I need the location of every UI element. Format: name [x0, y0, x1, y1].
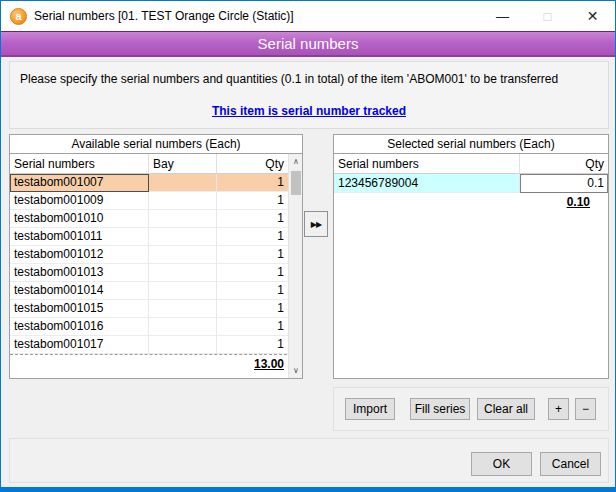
serial-cell: testabom001014: [10, 282, 149, 300]
selected-rows: 1234567890040.1: [334, 174, 608, 193]
serial-cell: testabom001013: [10, 264, 149, 282]
bay-cell: [149, 174, 217, 192]
table-row[interactable]: 1234567890040.1: [334, 174, 608, 193]
serial-cell: 123456789004: [334, 174, 520, 193]
column-header-qty: Qty: [520, 154, 608, 173]
banner-title: Serial numbers: [258, 35, 359, 52]
table-row[interactable]: testabom0010101: [10, 210, 302, 228]
serial-cell: testabom001015: [10, 300, 149, 318]
minimize-icon: —: [496, 9, 509, 24]
bay-cell: [149, 300, 217, 318]
serial-cell: testabom001007: [10, 174, 149, 192]
table-row[interactable]: testabom0010121: [10, 246, 302, 264]
maximize-icon: □: [544, 9, 552, 24]
window-bottom-border: [1, 487, 615, 491]
table-row[interactable]: testabom0010171: [10, 336, 302, 354]
close-icon: ✕: [587, 8, 599, 24]
scroll-up-icon[interactable]: ∧: [289, 154, 303, 169]
dialog-banner: Serial numbers: [1, 31, 615, 57]
qty-cell: 1: [217, 282, 288, 300]
double-arrow-right-icon: ▶▶: [311, 220, 321, 229]
available-table-header: Serial numbers Bay Qty: [10, 154, 302, 174]
selected-serials-table: Selected serial numbers (Each) Serial nu…: [333, 134, 609, 379]
serial-cell: testabom001011: [10, 228, 149, 246]
app-logo-icon: a: [10, 8, 27, 25]
table-row[interactable]: testabom0010111: [10, 228, 302, 246]
column-header-serial: Serial numbers: [10, 154, 149, 173]
decrement-button[interactable]: −: [575, 398, 596, 420]
available-table-title: Available serial numbers (Each): [10, 135, 302, 154]
transfer-button[interactable]: ▶▶: [304, 211, 328, 237]
bay-cell: [149, 210, 217, 228]
qty-input-cell[interactable]: 0.1: [520, 174, 608, 193]
clear-all-button[interactable]: Clear all: [477, 398, 535, 420]
cancel-button[interactable]: Cancel: [540, 452, 601, 476]
column-header-bay: Bay: [149, 154, 217, 173]
table-row[interactable]: testabom0010141: [10, 282, 302, 300]
qty-cell: 1: [217, 300, 288, 318]
window-title: Serial numbers [01. TEST Orange Circle (…: [34, 9, 294, 23]
column-header-qty: Qty: [217, 154, 288, 173]
scrollbar-thumb[interactable]: [291, 171, 301, 195]
bay-cell: [149, 228, 217, 246]
title-bar: a Serial numbers [01. TEST Orange Circle…: [1, 1, 615, 31]
qty-cell: 1: [217, 210, 288, 228]
table-row[interactable]: testabom0010071: [10, 174, 302, 192]
qty-cell: 1: [217, 228, 288, 246]
ok-button[interactable]: OK: [471, 452, 532, 476]
qty-cell: 1: [217, 174, 288, 192]
serial-cell: testabom001017: [10, 336, 149, 354]
table-row[interactable]: testabom0010091: [10, 192, 302, 210]
selected-table-header: Serial numbers Qty: [334, 154, 608, 174]
bay-cell: [149, 192, 217, 210]
qty-cell: 1: [217, 246, 288, 264]
bay-cell: [149, 318, 217, 336]
bay-cell: [149, 246, 217, 264]
serial-cell: testabom001012: [10, 246, 149, 264]
minimize-button[interactable]: —: [480, 1, 525, 31]
serial-cell: testabom001016: [10, 318, 149, 336]
available-total: 13.00: [10, 355, 288, 373]
table-row[interactable]: testabom0010151: [10, 300, 302, 318]
available-total-row: 13.00: [10, 354, 302, 373]
table-row[interactable]: testabom0010161: [10, 318, 302, 336]
table-row[interactable]: testabom0010131: [10, 264, 302, 282]
selected-total: 0.10: [334, 193, 608, 212]
window-controls: — □ ✕: [480, 1, 615, 31]
instructions-text: Please specify the serial numbers and qu…: [20, 72, 598, 86]
increment-button[interactable]: +: [548, 398, 569, 420]
available-serials-table: Available serial numbers (Each) Serial n…: [9, 134, 303, 379]
bay-cell: [149, 336, 217, 354]
fill-series-button[interactable]: Fill series: [410, 398, 470, 420]
column-header-serial: Serial numbers: [334, 154, 520, 173]
qty-cell: 1: [217, 192, 288, 210]
serial-cell: testabom001009: [10, 192, 149, 210]
serial-numbers-dialog: a Serial numbers [01. TEST Orange Circle…: [0, 0, 616, 492]
close-button[interactable]: ✕: [570, 1, 615, 31]
footer-panel: OK Cancel: [9, 438, 609, 483]
qty-cell: 1: [217, 318, 288, 336]
scroll-down-icon[interactable]: ∨: [289, 363, 303, 378]
available-rows: testabom0010071testabom0010091testabom00…: [10, 174, 302, 354]
qty-cell: 1: [217, 336, 288, 354]
bay-cell: [149, 282, 217, 300]
import-button[interactable]: Import: [345, 398, 395, 420]
bay-cell: [149, 264, 217, 282]
serial-tracked-link[interactable]: This item is serial number tracked: [10, 104, 608, 118]
qty-cell: 1: [217, 264, 288, 282]
vertical-scrollbar[interactable]: ∧ ∨: [288, 154, 302, 378]
serial-cell: testabom001010: [10, 210, 149, 228]
instructions-panel: Please specify the serial numbers and qu…: [9, 61, 609, 129]
maximize-button: □: [525, 1, 570, 31]
actions-panel: Import Fill series Clear all + −: [333, 387, 609, 431]
selected-table-title: Selected serial numbers (Each): [334, 135, 608, 154]
